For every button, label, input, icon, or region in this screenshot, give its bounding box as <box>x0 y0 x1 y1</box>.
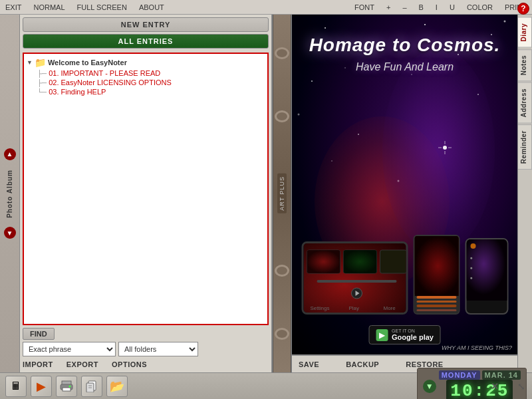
backup-link[interactable]: BACKUP <box>346 360 379 368</box>
svg-rect-26 <box>380 250 406 273</box>
phone2-device: ● ● ● <box>465 238 508 315</box>
play-store-name: Google play <box>392 333 434 341</box>
help-button[interactable]: ? <box>517 3 529 15</box>
tablet-device: Settings Play More <box>301 241 408 315</box>
menu-font[interactable]: FONT <box>352 2 377 13</box>
top-menu-bar: EXIT NORMAL FULL SCREEN ABOUT FONT + – B… <box>0 0 532 15</box>
menu-bold[interactable]: B <box>416 2 426 13</box>
calculator-icon[interactable]: 🖩 <box>5 376 27 397</box>
scroll-down-button[interactable]: ▼ <box>4 227 16 239</box>
tree-root-label: Welcome to EasyNoter <box>48 59 127 66</box>
all-entries-button[interactable]: ALL ENTRIES <box>23 34 269 49</box>
book-binding: ART PLUS <box>273 15 291 372</box>
svg-point-13 <box>358 134 359 135</box>
tree-connector-2: ├─ <box>37 79 47 86</box>
svg-point-11 <box>477 94 479 95</box>
svg-point-14 <box>331 160 332 162</box>
right-panel: Homage to Cosmos. Have Fun And Learn <box>291 15 517 372</box>
tab-reminder[interactable]: Reminder <box>518 124 532 170</box>
tablet-screen: Settings Play More <box>303 243 406 313</box>
import-link[interactable]: IMPORT <box>23 360 53 368</box>
svg-rect-34 <box>414 236 460 296</box>
ring-4 <box>275 328 289 340</box>
svg-point-43 <box>69 385 71 387</box>
find-button[interactable]: FIND <box>23 328 55 340</box>
svg-rect-23 <box>307 250 340 273</box>
play-get-it-on: GET IT ON <box>392 329 434 333</box>
play-icon: ▶ <box>376 329 388 341</box>
cosmos-title: Homage to Cosmos. <box>309 35 501 56</box>
menu-font-minus[interactable]: – <box>400 2 409 13</box>
cosmos-subtitle: Have Fun And Learn <box>356 61 454 73</box>
phone1-device <box>413 235 460 315</box>
svg-point-36 <box>470 243 475 249</box>
scroll-up-button[interactable]: ▲ <box>4 148 16 160</box>
copy-icon[interactable] <box>81 376 102 397</box>
menu-exit[interactable]: EXIT <box>3 2 24 13</box>
photo-album-strip: ▲ Photo Album ▼ <box>0 15 20 372</box>
options-link[interactable]: OPTIONS <box>112 360 147 368</box>
time-display: 10:25 <box>446 380 513 400</box>
folder-icon: 📁 <box>35 57 46 68</box>
save-link[interactable]: SAVE <box>299 360 319 368</box>
tree-link-2[interactable]: 02. EasyNoter LICENSING OPTIONS <box>49 78 172 86</box>
find-section: FIND Exact phrase Any word All words All… <box>23 328 269 356</box>
svg-text:More: More <box>383 305 396 311</box>
new-entry-button[interactable]: NEW ENTRY <box>23 17 269 32</box>
tree-connector-1: ├─ <box>37 70 47 77</box>
svg-text:Settings: Settings <box>310 305 329 311</box>
menu-italic[interactable]: I <box>433 2 440 13</box>
svg-rect-25 <box>343 250 376 273</box>
folder-expand-icon: ▼ <box>27 59 33 66</box>
devices-mockup: Settings Play More <box>301 235 508 315</box>
svg-point-17 <box>443 146 447 150</box>
day-label: MONDAY <box>439 370 480 380</box>
svg-text:Play: Play <box>348 305 359 311</box>
svg-text:●: ● <box>469 275 472 280</box>
content-area: Homage to Cosmos. Have Fun And Learn <box>292 15 517 355</box>
tree-link-3[interactable]: 03. Finding HELP <box>49 88 106 96</box>
printer-icon[interactable] <box>56 376 77 397</box>
tree-item-2[interactable]: ├─ 02. EasyNoter LICENSING OPTIONS <box>37 78 265 87</box>
play-store-badge[interactable]: ▶ GET IT ON Google play <box>368 325 441 344</box>
svg-rect-27 <box>317 280 396 283</box>
svg-point-0 <box>325 27 326 29</box>
ring-1 <box>275 47 289 59</box>
menu-fullscreen[interactable]: FULL SCREEN <box>74 2 130 13</box>
taskbar: 🖩 ▶ 📂 ▼ MONDAY MAR. 14 10:25 ✕ ⤡ <box>0 372 532 399</box>
menu-normal[interactable]: NORMAL <box>31 2 67 13</box>
date-label: MAR. 14 <box>482 370 521 380</box>
tab-notes[interactable]: Notes <box>518 49 532 81</box>
svg-point-4 <box>344 67 346 68</box>
menu-font-plus[interactable]: + <box>384 2 393 13</box>
svg-text:●: ● <box>469 265 472 270</box>
photo-album-label: Photo Album <box>6 170 13 218</box>
restore-link[interactable]: RESTORE <box>406 360 443 368</box>
tree-connector-3: └─ <box>37 88 47 96</box>
clock-down-arrow[interactable]: ▼ <box>423 380 436 393</box>
tree-item-3[interactable]: └─ 03. Finding HELP <box>37 87 265 96</box>
clock-display: MONDAY MAR. 14 10:25 <box>439 370 521 400</box>
folder-icon[interactable]: 📂 <box>106 376 128 397</box>
folders-dropdown[interactable]: All folders Current folder <box>118 342 198 356</box>
tree-root-item[interactable]: ▼ 📁 Welcome to EasyNoter <box>27 57 265 68</box>
why-text[interactable]: WHY AM I SEEING THIS? <box>442 344 512 351</box>
ring-3 <box>275 265 289 277</box>
phrase-dropdown[interactable]: Exact phrase Any word All words <box>23 342 116 356</box>
play-button-icon[interactable]: ▶ <box>31 376 52 397</box>
tree-children: ├─ 01. IMPORTANT - PLEASE READ ├─ 02. Ea… <box>37 68 265 96</box>
day-date-display: MONDAY MAR. 14 <box>439 370 521 380</box>
tree-link-1[interactable]: 01. IMPORTANT - PLEASE READ <box>49 69 160 77</box>
resize-handle[interactable]: ⤡ <box>517 381 525 392</box>
tree-item-1[interactable]: ├─ 01. IMPORTANT - PLEASE READ <box>37 68 265 78</box>
tab-diary[interactable]: Diary <box>518 17 532 48</box>
svg-point-7 <box>311 80 313 82</box>
tab-address[interactable]: Address <box>518 82 532 124</box>
menu-underline[interactable]: U <box>447 2 458 13</box>
ring-2 <box>275 110 289 122</box>
right-tabs: Diary Notes Address Reminder <box>517 15 532 372</box>
menu-about[interactable]: ABOUT <box>136 2 167 13</box>
close-button[interactable]: ✕ <box>491 381 499 392</box>
menu-color[interactable]: COLOR <box>464 2 495 13</box>
export-link[interactable]: EXPORT <box>66 360 98 368</box>
